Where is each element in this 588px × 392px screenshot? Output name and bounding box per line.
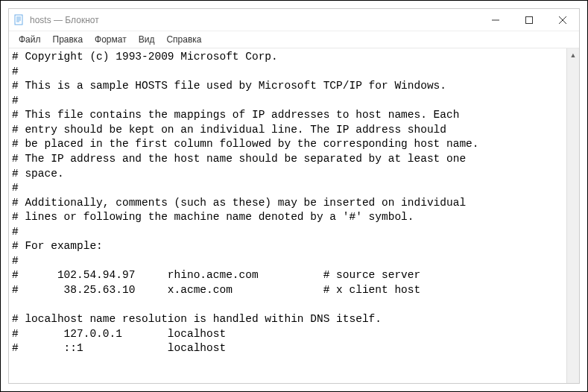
titlebar[interactable]: hosts — Блокнот	[9, 9, 579, 31]
window-title: hosts — Блокнот	[30, 15, 478, 25]
menu-format[interactable]: Формат	[89, 33, 132, 46]
menu-view[interactable]: Вид	[133, 33, 160, 46]
scroll-up-icon[interactable]: ▲	[567, 48, 579, 61]
editor-area[interactable]: # Copyright (c) 1993-2009 Microsoft Corp…	[9, 48, 579, 383]
menu-help[interactable]: Справка	[161, 33, 206, 46]
close-button[interactable]	[546, 9, 579, 31]
minimize-button[interactable]	[478, 9, 512, 31]
vertical-scrollbar[interactable]: ▲	[566, 48, 579, 383]
window-controls	[478, 9, 579, 31]
menubar: Файл Правка Формат Вид Справка	[9, 31, 579, 48]
svg-rect-6	[525, 16, 532, 23]
menu-edit[interactable]: Правка	[48, 33, 89, 46]
notepad-icon	[13, 14, 25, 26]
window: hosts — Блокнот Файл Правка Формат Вид С…	[8, 8, 580, 384]
file-content[interactable]: # Copyright (c) 1993-2009 Microsoft Corp…	[9, 48, 579, 358]
maximize-button[interactable]	[512, 9, 546, 31]
menu-file[interactable]: Файл	[13, 33, 46, 46]
